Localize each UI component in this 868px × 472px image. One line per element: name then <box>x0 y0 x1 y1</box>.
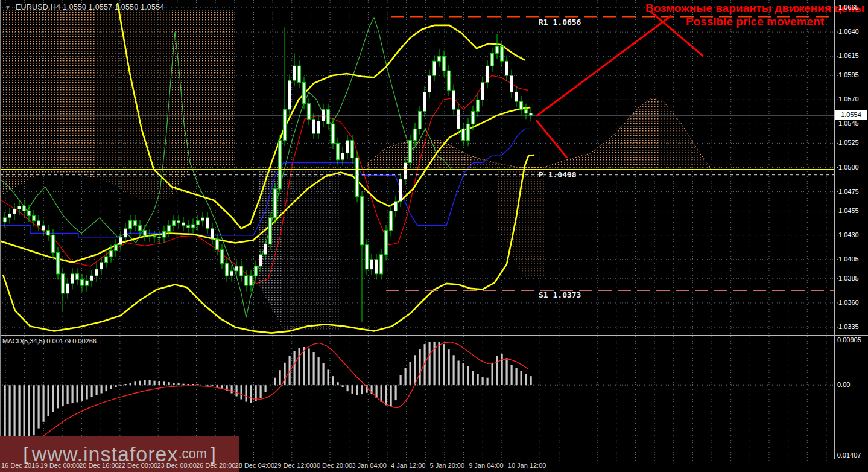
time-axis-label: 10 Jan 12:00 <box>508 462 546 469</box>
time-axis-label: 16 Dec 2016 <box>1 462 39 469</box>
resistance-level-label: R1 1.0656 <box>539 18 581 27</box>
time-axis-label: 9 Jan 04:00 <box>469 462 504 469</box>
time-axis-label: 29 Dec 12:00 <box>274 462 313 469</box>
watermark-tld: .com <box>178 446 207 462</box>
chart-canvas[interactable] <box>0 0 868 472</box>
price-tick-label: 1.0615 <box>838 52 859 59</box>
macd-max-label: 0.00905 <box>837 336 861 343</box>
price-tick-label: 1.0360 <box>838 299 859 306</box>
support-level-label: S1 1.0373 <box>539 290 581 299</box>
time-axis-label: 26 Dec 20:00 <box>196 462 235 469</box>
chart-title: EURUSD,H4 1.0550 1.0557 1.0550 1.0554 <box>16 3 164 11</box>
macd-min-label: -0.01407 <box>835 451 861 459</box>
time-axis-label: 23 Dec 08:00 <box>157 462 196 469</box>
chart-dropdown-icon[interactable]: ▼ <box>5 4 11 11</box>
mt4-chart-window: ▼ EURUSD,H4 1.0550 1.0557 1.0550 1.0554 … <box>0 0 868 472</box>
price-tick-label: 1.0665 <box>838 4 859 11</box>
macd-indicator-label: MACD(5,34,5) 0.00179 0.00266 <box>2 337 97 345</box>
price-tick-label: 1.0570 <box>838 95 859 103</box>
current-price-badge: 1.0554 <box>835 110 867 120</box>
time-axis-label: 4 Jan 12:00 <box>391 462 426 469</box>
time-axis-label: 28 Dec 04:00 <box>235 462 274 469</box>
price-tick-label: 1.0595 <box>838 71 859 78</box>
watermark-bracket-left: [ <box>23 444 28 464</box>
time-axis-label: 19 Dec 08:00 <box>40 462 80 469</box>
time-axis-label: 30 Dec 20:00 <box>313 462 352 469</box>
price-tick-label: 1.0385 <box>838 275 859 282</box>
time-axis-label: 5 Jan 20:00 <box>430 462 465 469</box>
forecast-text-ru: Возможные варианты движения цены <box>645 2 864 15</box>
watermark-bracket-right: ] <box>211 444 215 464</box>
price-tick-label: 1.0405 <box>838 255 859 263</box>
price-tick-label: 1.0525 <box>838 139 859 146</box>
price-tick-label: 1.0545 <box>838 120 859 127</box>
time-axis-label: 20 Dec 16:00 <box>79 462 118 469</box>
time-axis-label: 3 Jan 04:00 <box>352 462 387 469</box>
price-tick-label: 1.0455 <box>838 207 859 214</box>
price-tick-label: 1.0430 <box>838 231 859 238</box>
price-tick-label: 1.0640 <box>838 28 859 35</box>
forecast-text-en: Possible price movement <box>645 15 864 28</box>
price-tick-label: 1.0475 <box>838 188 859 195</box>
price-tick-label: 1.0335 <box>838 323 859 330</box>
forecast-annotation: Возможные варианты движения цены Possibl… <box>645 2 864 28</box>
macd-zero-label: 0.00 <box>837 381 850 388</box>
time-axis-label: 22 Dec 00:00 <box>118 462 157 469</box>
pivot-level-label: P 1.0498 <box>539 170 577 179</box>
price-tick-label: 1.0500 <box>838 164 859 171</box>
